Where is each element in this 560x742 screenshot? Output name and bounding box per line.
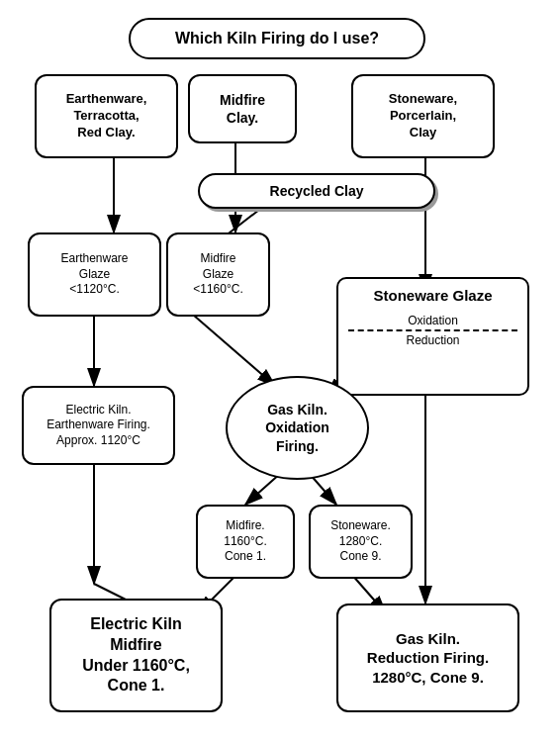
gas-kiln-oxidation-label: Gas Kiln. Oxidation Firing.	[265, 401, 329, 455]
title-node: Which Kiln Firing do I use?	[129, 18, 425, 59]
electric-kiln-earthenware-node: Electric Kiln. Earthenware Firing. Appro…	[22, 386, 175, 465]
midfire-glaze-node: Midfire Glaze <1160°C.	[166, 232, 270, 317]
midfire-clay-node: Midfire Clay.	[188, 74, 297, 143]
earthenware-clay-node: Earthenware, Terracotta, Red Clay.	[35, 74, 178, 158]
stoneware-clay-node: Stoneware, Porcerlain, Clay	[351, 74, 495, 158]
gas-kiln-reduction-label: Gas Kiln. Reduction Firing. 1280°C, Cone…	[367, 629, 489, 688]
earthenware-clay-label: Earthenware, Terracotta, Red Clay.	[66, 91, 147, 141]
stoneware-glaze-title: Stoneware Glaze	[338, 279, 527, 304]
svg-line-7	[193, 315, 275, 386]
recycled-clay-node: Recycled Clay	[198, 173, 435, 209]
stoneware-cone-node: Stoneware. 1280°C. Cone 9.	[309, 505, 413, 579]
midfire-cone-label: Midfire. 1160°C. Cone 1.	[224, 518, 267, 565]
dashed-divider	[348, 329, 518, 331]
earthenware-glaze-label: Earthenware Glaze <1120°C.	[60, 251, 128, 298]
stoneware-glaze-container: Stoneware Glaze Oxidation Reduction	[336, 277, 529, 396]
diagram: Which Kiln Firing do I use? Earthenware,…	[0, 0, 560, 742]
title-text: Which Kiln Firing do I use?	[175, 29, 379, 49]
stoneware-cone-label: Stoneware. 1280°C. Cone 9.	[330, 518, 391, 565]
electric-kiln-midfire-label: Electric Kiln Midfire Under 1160°C, Cone…	[82, 614, 190, 696]
gas-kiln-oxidation-node: Gas Kiln. Oxidation Firing.	[226, 376, 369, 480]
midfire-clay-label: Midfire Clay.	[220, 91, 265, 127]
oxidation-label: Oxidation	[338, 314, 527, 327]
recycled-clay-label: Recycled Clay	[270, 182, 364, 200]
midfire-glaze-label: Midfire Glaze <1160°C.	[193, 251, 243, 298]
midfire-cone-node: Midfire. 1160°C. Cone 1.	[196, 505, 295, 579]
gas-kiln-reduction-node: Gas Kiln. Reduction Firing. 1280°C, Cone…	[336, 603, 519, 712]
earthenware-glaze-node: Earthenware Glaze <1120°C.	[28, 232, 161, 317]
stoneware-clay-label: Stoneware, Porcerlain, Clay	[389, 91, 457, 141]
electric-kiln-earthenware-label: Electric Kiln. Earthenware Firing. Appro…	[47, 403, 150, 449]
reduction-label: Reduction	[338, 333, 527, 347]
electric-kiln-midfire-node: Electric Kiln Midfire Under 1160°C, Cone…	[49, 599, 223, 712]
